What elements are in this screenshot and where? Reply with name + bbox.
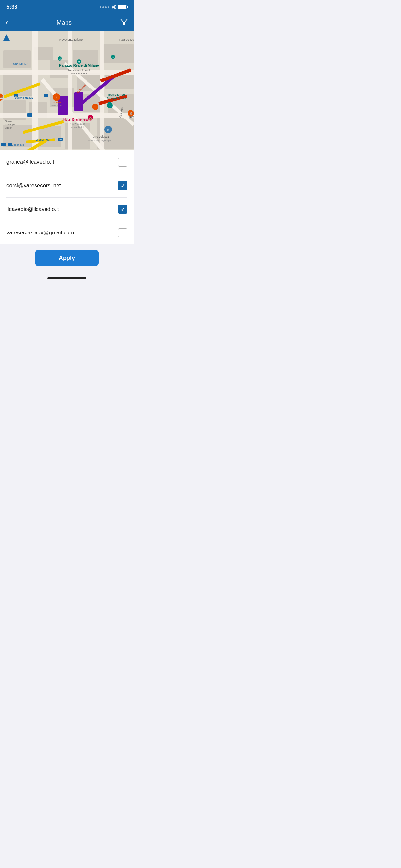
svg-text:Fast Food: Fast Food (51, 104, 62, 106)
svg-text:New: New (129, 115, 134, 118)
svg-marker-0 (121, 19, 127, 25)
svg-text:🚌: 🚌 (59, 138, 62, 141)
apply-section: Apply (0, 244, 134, 276)
svg-rect-82 (43, 94, 48, 97)
svg-rect-83 (27, 113, 32, 117)
svg-rect-20 (32, 31, 38, 151)
svg-text:Teatro Lirico: Teatro Lirico (107, 93, 125, 96)
svg-text:Torre Velasca: Torre Velasca (91, 135, 109, 138)
checkbox-2[interactable] (118, 181, 127, 190)
svg-text:palace & fine art: palace & fine art (70, 72, 89, 75)
svg-rect-92 (1, 143, 6, 146)
svg-text:Novecento Milano: Novecento Milano (59, 38, 83, 41)
email-label-2: corsi@varesecorsi.net (6, 182, 61, 189)
list-item: varesecorsiadv@gmail.com (6, 221, 127, 244)
svg-text:Neoclassical ducal: Neoclassical ducal (68, 69, 90, 72)
checkbox-1[interactable] (118, 158, 127, 166)
home-indicator (0, 276, 134, 282)
svg-text:Piazza: Piazza (5, 120, 11, 122)
svg-text:P.za del Duo: P.za del Duo (120, 38, 134, 41)
svg-text:🏨: 🏨 (89, 117, 92, 120)
svg-text:🐾: 🐾 (109, 104, 112, 107)
back-button[interactable]: ‹ (6, 19, 8, 27)
battery-icon (118, 5, 127, 9)
svg-text:M: M (78, 61, 80, 63)
email-label-1: grafica@ilcavedio.it (6, 159, 54, 165)
svg-text:Well-known skyscraper: Well-known skyscraper (89, 140, 112, 142)
svg-text:🛍: 🛍 (107, 128, 110, 132)
svg-rect-8 (50, 60, 69, 78)
svg-text:Hotel Brunelleschi: Hotel Brunelleschi (63, 118, 92, 121)
signal-icon (100, 6, 109, 8)
svg-rect-21 (0, 70, 134, 75)
svg-text:🚌: 🚌 (15, 95, 18, 97)
checkbox-4[interactable] (118, 228, 127, 237)
svg-text:🍴: 🍴 (55, 96, 59, 100)
home-bar (48, 277, 86, 279)
list-item: ilcavedio@ilcavedio.it (6, 197, 127, 221)
status-bar: 5:33 ⌘ (0, 0, 134, 14)
list-item: corsi@varesecorsi.net (6, 174, 127, 197)
svg-rect-33 (74, 92, 83, 111)
email-label-3: ilcavedio@ilcavedio.it (6, 206, 59, 213)
nav-bar: ‹ Maps (0, 14, 134, 31)
svg-text:Missori: Missori (5, 127, 12, 129)
apply-button[interactable]: Apply (35, 250, 99, 267)
svg-text:M: M (112, 56, 114, 58)
svg-text:Cali: Cali (129, 112, 134, 115)
svg-text:🍴: 🍴 (94, 105, 97, 109)
svg-rect-23 (68, 31, 72, 151)
svg-text:Jollibee: Jollibee (52, 101, 61, 104)
wifi-icon: ⌘ (111, 4, 116, 10)
checklist-panel: grafica@ilcavedio.it corsi@varesecorsi.n… (0, 151, 134, 244)
svg-text:M: M (59, 58, 61, 60)
svg-text:Missori M3: Missori M3 (35, 138, 50, 142)
svg-rect-93 (8, 143, 12, 146)
svg-text:Missori M3: Missori M3 (11, 144, 24, 146)
list-item: grafica@ilcavedio.it (6, 151, 127, 174)
nav-title: Maps (57, 19, 71, 26)
svg-text:4-star hotel: 4-star hotel (71, 126, 84, 128)
svg-text:omo M1 M3: omo M1 M3 (13, 62, 28, 66)
svg-text:Giuseppe: Giuseppe (5, 123, 14, 126)
status-time: 5:33 (6, 4, 18, 10)
email-label-4: varesecorsiadv@gmail.com (6, 229, 74, 236)
status-icons: ⌘ (100, 4, 127, 10)
svg-text:☕: ☕ (0, 96, 4, 100)
checkbox-3[interactable] (118, 205, 127, 214)
filter-button[interactable] (120, 18, 128, 27)
map-area[interactable]: Palazzo Reale di Milano Neoclassical duc… (0, 31, 134, 151)
svg-text:4.1 ★ (1111): 4.1 ★ (1111) (70, 122, 85, 125)
svg-rect-10 (103, 44, 134, 63)
svg-text:Giorgio Gaber: Giorgio Gaber (106, 97, 126, 100)
svg-rect-24 (100, 31, 104, 151)
